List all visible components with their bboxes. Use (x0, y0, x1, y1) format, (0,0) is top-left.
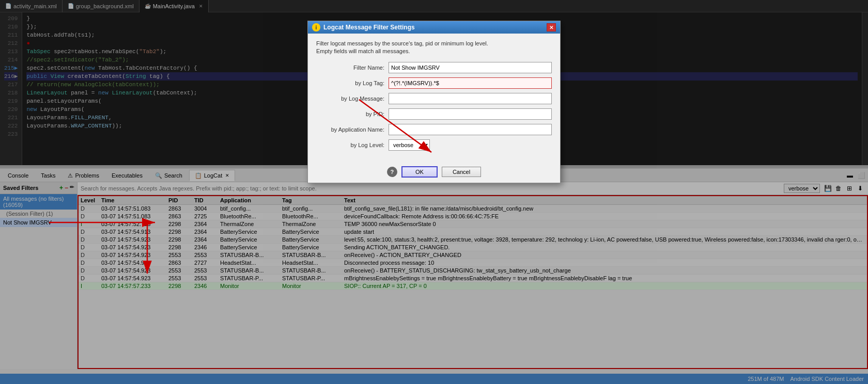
logcat-filter-dialog: i Logcat Message Filter Settings ✕ Filte… (307, 21, 561, 183)
log-tag-label: by Log Tag: (316, 80, 389, 86)
pid-field: by PID: (316, 108, 552, 120)
ok-button[interactable]: OK (401, 166, 438, 178)
modal-close-btn[interactable]: ✕ (547, 23, 556, 31)
info-icon: i (312, 23, 320, 31)
log-level-label: by Log Level: (316, 142, 389, 148)
app-name-field: by Application Name: (316, 124, 552, 135)
log-tag-input[interactable] (389, 77, 552, 89)
modal-title: Logcat Message Filter Settings (323, 24, 415, 31)
help-icon[interactable]: ? (387, 167, 397, 177)
modal-overlay: i Logcat Message Filter Settings ✕ Filte… (0, 0, 868, 384)
log-tag-field: by Log Tag: (316, 77, 552, 89)
log-level-select[interactable]: verbose debug info warn error (389, 139, 430, 151)
pid-label: by PID: (316, 111, 389, 117)
modal-description: Filter logcat messages by the source's t… (316, 40, 552, 56)
pid-input[interactable] (389, 108, 552, 120)
filter-name-input[interactable] (389, 62, 552, 73)
modal-footer: ? OK Cancel (308, 161, 560, 183)
cancel-button[interactable]: Cancel (442, 167, 481, 177)
app-name-input[interactable] (389, 124, 552, 135)
log-message-input[interactable] (389, 93, 552, 104)
filter-name-label: Filter Name: (316, 65, 389, 71)
log-message-label: by Log Message: (316, 95, 389, 102)
filter-name-field: Filter Name: (316, 62, 552, 73)
app-name-label: by Application Name: (316, 126, 389, 133)
modal-body: Filter logcat messages by the source's t… (308, 34, 560, 161)
log-level-field: by Log Level: verbose debug info warn er… (316, 139, 552, 151)
log-message-field: by Log Message: (316, 93, 552, 104)
modal-titlebar: i Logcat Message Filter Settings ✕ (308, 21, 560, 34)
